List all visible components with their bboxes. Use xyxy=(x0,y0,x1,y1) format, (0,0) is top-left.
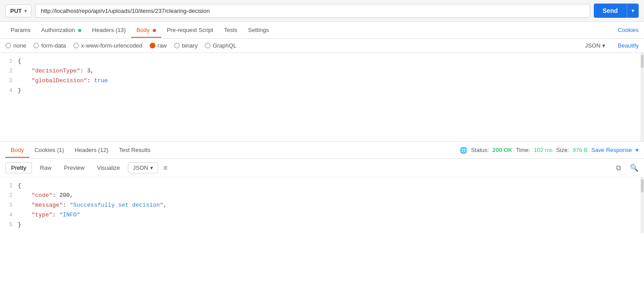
req-line-1: 1 { xyxy=(0,56,644,66)
status-label: Status: xyxy=(471,147,489,153)
body-type-urlencoded[interactable]: x-www-form-urlencoded xyxy=(73,42,143,49)
res-line-4: 4 "type": "INFO" xyxy=(0,210,644,220)
beautify-button[interactable]: Beautify xyxy=(618,42,639,49)
response-json-selector[interactable]: JSON ▾ xyxy=(128,162,158,173)
time-label: Time: xyxy=(516,147,530,153)
radio-none xyxy=(5,43,11,48)
res-tab-headers[interactable]: Headers (12) xyxy=(69,142,114,158)
tab-settings[interactable]: Settings xyxy=(243,22,274,38)
send-dropdown-button[interactable]: ▾ xyxy=(627,4,639,18)
res-scrollbar-thumb xyxy=(641,179,644,192)
pretty-button[interactable]: Pretty xyxy=(5,162,32,173)
url-input[interactable] xyxy=(35,4,590,18)
tab-prerequest[interactable]: Pre-request Script xyxy=(161,22,219,38)
visualize-tab[interactable]: Visualize xyxy=(92,163,124,173)
tab-tests[interactable]: Tests xyxy=(219,22,242,38)
wrap-icon[interactable]: ≡ xyxy=(163,164,167,172)
body-type-form-data[interactable]: form-data xyxy=(33,42,66,49)
cookies-link[interactable]: Cookies xyxy=(618,27,639,33)
req-line-3: 3 "globalDecision": true xyxy=(0,76,644,86)
req-line-2: 2 "decisionType": 3, xyxy=(0,66,644,76)
method-selector[interactable]: PUT ▾ xyxy=(5,4,32,17)
search-icon[interactable]: 🔍 xyxy=(630,164,639,172)
radio-binary xyxy=(174,43,180,48)
radio-raw xyxy=(150,43,155,48)
response-body-viewer: 1 { 2 "code": 200, 3 "message": "Success… xyxy=(0,177,644,233)
method-label: PUT xyxy=(10,8,22,14)
request-tabs: Params Authorization Headers (13) Body P… xyxy=(0,22,644,39)
response-format-bar: Pretty Raw Preview Visualize JSON ▾ ≡ ⧉ … xyxy=(0,159,644,177)
res-line-1: 1 { xyxy=(0,181,644,191)
top-bar: PUT ▾ Send ▾ xyxy=(0,0,644,22)
status-bar: 🌐 Status: 200 OK Time: 102 ms Size: 976 … xyxy=(460,147,639,154)
response-tabs-bar: Body Cookies (1) Headers (12) Test Resul… xyxy=(0,142,644,159)
res-line-3: 3 "message": "Successfully set decision"… xyxy=(0,200,644,210)
radio-urlencoded xyxy=(73,43,79,48)
size-value: 976 B xyxy=(572,147,588,153)
time-value: 102 ms xyxy=(534,147,553,153)
raw-tab[interactable]: Raw xyxy=(36,163,56,173)
tab-headers[interactable]: Headers (13) xyxy=(87,22,131,38)
scrollbar-thumb xyxy=(641,55,644,68)
body-type-graphql[interactable]: GraphQL xyxy=(205,42,236,49)
method-chevron-icon: ▾ xyxy=(24,8,27,13)
editor-scrollbar[interactable] xyxy=(640,53,644,141)
size-label: Size: xyxy=(556,147,569,153)
body-dot xyxy=(153,29,156,32)
copy-icon[interactable]: ⧉ xyxy=(616,164,621,172)
save-response-link[interactable]: Save Response xyxy=(591,147,632,153)
radio-form-data xyxy=(33,43,39,48)
globe-icon: 🌐 xyxy=(460,147,467,154)
send-btn-group: Send ▾ xyxy=(594,4,639,18)
preview-tab[interactable]: Preview xyxy=(60,163,89,173)
tab-body[interactable]: Body xyxy=(131,22,161,38)
res-tab-test-results[interactable]: Test Results xyxy=(114,142,156,158)
body-type-none[interactable]: none xyxy=(5,42,26,49)
json-format-selector[interactable]: JSON ▾ xyxy=(585,42,605,49)
tab-authorization[interactable]: Authorization xyxy=(36,22,87,38)
tab-params[interactable]: Params xyxy=(5,22,36,38)
body-type-bar: none form-data x-www-form-urlencoded raw… xyxy=(0,39,644,53)
authorization-dot xyxy=(78,29,81,32)
req-line-4: 4 } xyxy=(0,86,644,96)
res-tab-cookies[interactable]: Cookies (1) xyxy=(29,142,69,158)
body-type-binary[interactable]: binary xyxy=(174,42,198,49)
request-body-editor[interactable]: 1 { 2 "decisionType": 3, 3 "globalDecisi… xyxy=(0,53,644,142)
body-type-raw[interactable]: raw xyxy=(150,42,167,49)
res-tab-body[interactable]: Body xyxy=(5,142,29,158)
radio-graphql xyxy=(205,43,211,48)
status-value: 200 OK xyxy=(493,147,513,153)
send-button[interactable]: Send xyxy=(594,4,627,18)
response-scrollbar[interactable] xyxy=(640,177,644,233)
res-line-5: 5 } xyxy=(0,220,644,230)
res-line-2: 2 "code": 200, xyxy=(0,191,644,200)
